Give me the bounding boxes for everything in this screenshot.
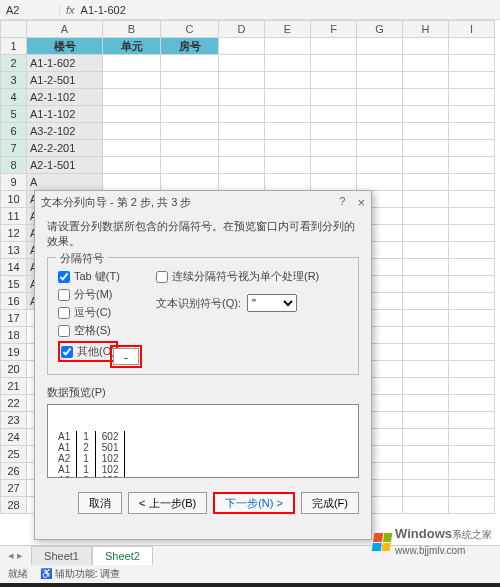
cell-I8[interactable] [449, 157, 495, 174]
comma-checkbox[interactable] [58, 307, 70, 319]
cell-I11[interactable] [449, 208, 495, 225]
cell-D2[interactable] [219, 55, 265, 72]
cell-F4[interactable] [311, 89, 357, 106]
cell-H13[interactable] [403, 242, 449, 259]
cell-C2[interactable] [161, 55, 219, 72]
cell-I27[interactable] [449, 480, 495, 497]
cell-E3[interactable] [265, 72, 311, 89]
close-icon[interactable]: × [357, 195, 365, 210]
cell-G2[interactable] [357, 55, 403, 72]
row-header-4[interactable]: 4 [1, 89, 27, 106]
row-header-2[interactable]: 2 [1, 55, 27, 72]
cell-H15[interactable] [403, 276, 449, 293]
cell-H20[interactable] [403, 361, 449, 378]
cell-F5[interactable] [311, 106, 357, 123]
row-header-11[interactable]: 11 [1, 208, 27, 225]
column-header-G[interactable]: G [357, 21, 403, 38]
cell-E2[interactable] [265, 55, 311, 72]
cell-H7[interactable] [403, 140, 449, 157]
column-header-D[interactable]: D [219, 21, 265, 38]
cell-I3[interactable] [449, 72, 495, 89]
cell-H2[interactable] [403, 55, 449, 72]
cell-I20[interactable] [449, 361, 495, 378]
cell-H24[interactable] [403, 429, 449, 446]
preview-box[interactable]: A11602A12501A21102A11102A32102A22201 [47, 404, 359, 478]
cell-G7[interactable] [357, 140, 403, 157]
cell-I24[interactable] [449, 429, 495, 446]
cell-D9[interactable] [219, 174, 265, 191]
row-header-13[interactable]: 13 [1, 242, 27, 259]
cell-D6[interactable] [219, 123, 265, 140]
column-header-C[interactable]: C [161, 21, 219, 38]
row-header-20[interactable]: 20 [1, 361, 27, 378]
cell-I1[interactable] [449, 38, 495, 55]
cell-H4[interactable] [403, 89, 449, 106]
cell-F3[interactable] [311, 72, 357, 89]
semicolon-label[interactable]: 分号(M) [74, 287, 113, 302]
cell-A7[interactable]: A2-2-201 [27, 140, 103, 157]
cell-reference[interactable]: A2 [0, 4, 60, 16]
select-all-corner[interactable] [1, 21, 27, 38]
cell-I14[interactable] [449, 259, 495, 276]
cell-H21[interactable] [403, 378, 449, 395]
row-header-6[interactable]: 6 [1, 123, 27, 140]
column-header-I[interactable]: I [449, 21, 495, 38]
cell-F7[interactable] [311, 140, 357, 157]
cell-A1[interactable]: 楼号 [27, 38, 103, 55]
cell-E6[interactable] [265, 123, 311, 140]
cell-F8[interactable] [311, 157, 357, 174]
cell-E8[interactable] [265, 157, 311, 174]
cell-H1[interactable] [403, 38, 449, 55]
cell-G8[interactable] [357, 157, 403, 174]
cell-B1[interactable]: 单元 [103, 38, 161, 55]
tab-nav-icons[interactable]: ◂ ▸ [0, 549, 31, 562]
qualifier-select[interactable]: " [247, 294, 297, 312]
cell-B2[interactable] [103, 55, 161, 72]
cell-I10[interactable] [449, 191, 495, 208]
cell-E9[interactable] [265, 174, 311, 191]
row-header-10[interactable]: 10 [1, 191, 27, 208]
row-header-5[interactable]: 5 [1, 106, 27, 123]
cell-F1[interactable] [311, 38, 357, 55]
other-delimiter-input[interactable] [113, 348, 139, 365]
column-header-F[interactable]: F [311, 21, 357, 38]
row-header-24[interactable]: 24 [1, 429, 27, 446]
cell-H25[interactable] [403, 446, 449, 463]
help-icon[interactable]: ? [339, 195, 345, 210]
comma-label[interactable]: 逗号(C) [74, 305, 111, 320]
cell-I12[interactable] [449, 225, 495, 242]
semicolon-checkbox[interactable] [58, 289, 70, 301]
row-header-21[interactable]: 21 [1, 378, 27, 395]
cell-D7[interactable] [219, 140, 265, 157]
next-button[interactable]: 下一步(N) > [213, 492, 295, 514]
cell-C5[interactable] [161, 106, 219, 123]
tab-checkbox[interactable] [58, 271, 70, 283]
cancel-button[interactable]: 取消 [78, 492, 122, 514]
cell-H12[interactable] [403, 225, 449, 242]
cell-I7[interactable] [449, 140, 495, 157]
cell-H16[interactable] [403, 293, 449, 310]
cell-D1[interactable] [219, 38, 265, 55]
cell-I26[interactable] [449, 463, 495, 480]
cell-H14[interactable] [403, 259, 449, 276]
finish-button[interactable]: 完成(F) [301, 492, 359, 514]
cell-I9[interactable] [449, 174, 495, 191]
column-header-A[interactable]: A [27, 21, 103, 38]
cell-G6[interactable] [357, 123, 403, 140]
row-header-18[interactable]: 18 [1, 327, 27, 344]
cell-B9[interactable] [103, 174, 161, 191]
cell-H17[interactable] [403, 310, 449, 327]
cell-A6[interactable]: A3-2-102 [27, 123, 103, 140]
row-header-7[interactable]: 7 [1, 140, 27, 157]
row-header-26[interactable]: 26 [1, 463, 27, 480]
cell-E7[interactable] [265, 140, 311, 157]
cell-B4[interactable] [103, 89, 161, 106]
formula-value[interactable]: A1-1-602 [81, 4, 126, 16]
cell-H10[interactable] [403, 191, 449, 208]
cell-H19[interactable] [403, 344, 449, 361]
row-header-25[interactable]: 25 [1, 446, 27, 463]
tab-sheet2[interactable]: Sheet2 [92, 546, 153, 565]
cell-C7[interactable] [161, 140, 219, 157]
cell-D4[interactable] [219, 89, 265, 106]
cell-C3[interactable] [161, 72, 219, 89]
